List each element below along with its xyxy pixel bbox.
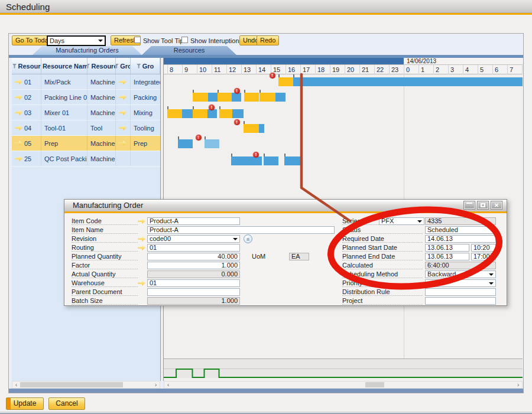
field-scheduling-method[interactable]: Backward	[425, 270, 496, 278]
field-series-combo[interactable]: PFX	[379, 217, 424, 225]
gantt-bar[interactable]	[182, 109, 193, 118]
field-distribution-rule[interactable]	[425, 288, 496, 296]
gantt-bar[interactable]	[208, 93, 218, 102]
minimize-button[interactable]	[463, 201, 475, 210]
filter-icon[interactable]	[12, 64, 17, 69]
gantt-bar[interactable]	[259, 124, 264, 133]
field-planned-end-date[interactable]: 13.06.13	[425, 253, 469, 260]
gantt-bar[interactable]	[278, 77, 293, 86]
gantt-bar[interactable]	[259, 93, 275, 102]
dialog-titlebar[interactable]: Manufacturing Order ✕	[64, 200, 507, 211]
gantt-bar[interactable]	[219, 109, 233, 118]
cell-group-link	[116, 90, 131, 105]
tab-resources[interactable]: Resources	[142, 46, 236, 55]
maximize-button[interactable]	[477, 201, 489, 210]
gantt-bar[interactable]	[193, 93, 208, 102]
gantt-bar[interactable]	[275, 93, 286, 102]
scroll-right-icon[interactable]: ›	[153, 382, 159, 388]
field-required-date[interactable]: 14.06.13	[425, 235, 496, 243]
filter-icon[interactable]	[137, 64, 141, 69]
field-revision[interactable]: code00	[147, 235, 240, 243]
field-status[interactable]: Scheduled	[425, 226, 496, 234]
field-routing[interactable]: 01	[147, 244, 240, 252]
table-row[interactable]: 04Tool-01ToolTooling	[12, 120, 160, 136]
link-arrow-icon[interactable]	[138, 245, 145, 250]
field-time[interactable]: 10:20	[471, 244, 496, 252]
scroll-left-icon[interactable]: ‹	[13, 382, 20, 388]
column-header-resource-id[interactable]: Resour	[12, 58, 41, 74]
field-planned-quantity[interactable]: 40.000	[147, 253, 240, 260]
link-arrow-icon[interactable]	[119, 79, 126, 84]
link-arrow-icon[interactable]	[15, 94, 22, 100]
gantt-bar[interactable]	[232, 109, 244, 118]
column-header-group-link[interactable]: Gro	[116, 58, 131, 74]
tab-manufacturing-orders[interactable]: Manufacturing Orders	[33, 46, 142, 55]
cancel-button[interactable]: Cancel	[48, 397, 85, 410]
link-arrow-icon[interactable]	[15, 125, 22, 131]
field-planned-start-date[interactable]: 13.06.13	[425, 244, 469, 252]
gantt-bar[interactable]	[231, 157, 262, 165]
interval-select[interactable]: Days	[47, 35, 106, 46]
field-priority[interactable]	[425, 279, 496, 287]
table-row[interactable]: 02Packing Line 01MachinePacking	[12, 90, 160, 105]
scrollbar-thumb[interactable]	[365, 382, 384, 387]
table-row[interactable]: 01Mix/PackMachineIntegrated	[12, 74, 160, 90]
scroll-right-icon[interactable]: ›	[515, 382, 521, 388]
table-row[interactable]: 05PrepMachinePrep	[12, 136, 160, 151]
field-project[interactable]	[425, 297, 496, 305]
link-arrow-icon[interactable]	[138, 219, 145, 224]
link-arrow-icon[interactable]	[15, 156, 22, 161]
field-item-name[interactable]: Product-A	[147, 226, 335, 234]
field-label: Priority	[342, 279, 423, 287]
filter-icon[interactable]	[87, 64, 90, 69]
gantt-bar[interactable]	[244, 124, 259, 133]
gantt-bar[interactable]	[167, 109, 182, 118]
table-row[interactable]: 03Mixer 01MachineMixing	[12, 105, 160, 120]
update-button[interactable]: Update	[6, 397, 44, 410]
gantt-bar[interactable]	[193, 109, 207, 118]
gantt-bar[interactable]	[232, 93, 241, 102]
gantt-bar[interactable]	[218, 93, 232, 102]
link-arrow-icon[interactable]	[119, 125, 126, 131]
link-arrow-icon[interactable]	[138, 281, 145, 286]
show-interruptions-checkbox[interactable]	[181, 37, 188, 43]
field-warehouse[interactable]: 01	[147, 279, 240, 287]
field-calculated[interactable]: 6:40:00	[425, 262, 496, 269]
field-factor[interactable]: 1.000	[147, 262, 240, 269]
field-item-code[interactable]: Product-A	[147, 217, 240, 225]
scrollbar-thumb[interactable]	[20, 382, 123, 387]
cell-group-link	[116, 136, 131, 151]
gantt-bar[interactable]	[205, 139, 219, 148]
link-arrow-icon[interactable]	[15, 141, 22, 146]
constraint-pin-icon	[278, 74, 280, 77]
close-icon[interactable]: ✕	[491, 201, 502, 210]
field-parent-document[interactable]	[147, 288, 240, 296]
field-time[interactable]: 17:00	[471, 253, 496, 260]
scroll-left-icon[interactable]: ‹	[165, 382, 171, 388]
show-tool-tip-checkbox[interactable]	[134, 37, 141, 43]
chevron-down-icon	[417, 220, 422, 225]
gantt-bar[interactable]	[207, 109, 217, 118]
link-arrow-icon[interactable]	[119, 141, 126, 146]
link-arrow-icon[interactable]	[138, 236, 145, 242]
table-horizontal-scrollbar[interactable]: ‹ ›	[12, 381, 160, 389]
gantt-bar[interactable]	[244, 93, 259, 102]
gantt-horizontal-scrollbar[interactable]: ‹ ›	[164, 381, 523, 389]
field-actual-quantity[interactable]: 0.000	[147, 270, 240, 278]
gantt-bar[interactable]	[293, 77, 523, 86]
gantt-bar[interactable]	[264, 157, 278, 165]
menu-button[interactable]: ≡	[244, 234, 252, 243]
column-header-resource-type[interactable]: Resourc	[87, 58, 116, 74]
gantt-bar[interactable]	[284, 157, 301, 165]
redo-button[interactable]: Redo	[257, 35, 279, 45]
link-arrow-icon[interactable]	[15, 110, 22, 115]
link-arrow-icon[interactable]	[119, 94, 126, 100]
link-arrow-icon[interactable]	[15, 79, 22, 84]
link-arrow-icon[interactable]	[119, 110, 126, 115]
column-header-group[interactable]: Gro	[131, 58, 160, 74]
gantt-bar[interactable]	[178, 139, 193, 148]
filter-icon[interactable]	[116, 64, 119, 69]
field-batch-size[interactable]: 1.000	[147, 297, 240, 305]
column-header-resource-name[interactable]: Resource Name	[41, 58, 87, 74]
table-row[interactable]: 25QC Post PackingMachine	[12, 151, 160, 167]
